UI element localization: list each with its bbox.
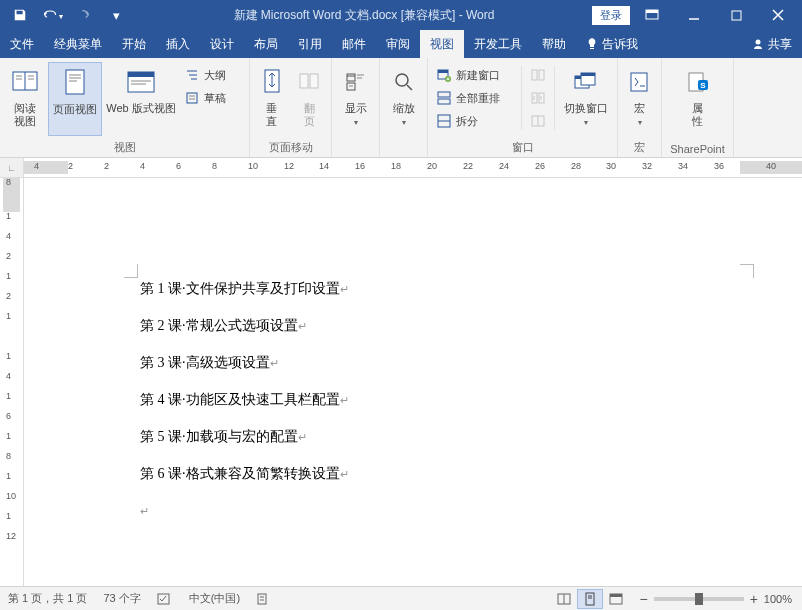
word-count[interactable]: 73 个字 [95, 591, 148, 606]
svg-rect-1 [646, 10, 658, 13]
show-button[interactable]: 显示▾ [336, 62, 375, 136]
sync-scroll-button[interactable] [526, 87, 550, 109]
svg-rect-22 [187, 93, 197, 103]
view-web-icon[interactable] [603, 589, 629, 609]
login-button[interactable]: 登录 [592, 6, 630, 25]
tab-review[interactable]: 审阅 [376, 30, 420, 58]
vruler-tick: 6 [6, 411, 11, 421]
arrange-all-button[interactable]: 全部重排 [432, 87, 517, 109]
language[interactable]: 中文(中国) [181, 591, 248, 606]
view-read-icon[interactable] [551, 589, 577, 609]
save-icon[interactable] [6, 2, 34, 28]
redo-icon[interactable] [70, 2, 98, 28]
ruler-tick: 2 [68, 161, 73, 171]
web-layout-button[interactable]: Web 版式视图 [104, 62, 178, 136]
vruler-tick: 1 [6, 271, 11, 281]
svg-text:S: S [700, 81, 706, 90]
tab-file[interactable]: 文件 [0, 30, 44, 58]
side-to-side-button[interactable]: 翻页 [292, 62, 328, 136]
paragraph[interactable]: 第 4 课·功能区及快速工具栏配置↵ [140, 389, 738, 410]
undo-icon[interactable]: ▾ [38, 2, 66, 28]
zoom-level[interactable]: 100% [764, 593, 792, 605]
horizontal-ruler[interactable]: 3422468101214161820222426283032343640424… [24, 158, 802, 177]
compare-side-button[interactable] [526, 64, 550, 86]
macros-group-label: 宏 [622, 138, 657, 157]
tab-layout[interactable]: 布局 [244, 30, 288, 58]
track-changes-icon[interactable] [248, 592, 278, 606]
reset-position-button[interactable] [526, 110, 550, 132]
tab-classic[interactable]: 经典菜单 [44, 30, 112, 58]
zoom-out-icon[interactable]: − [639, 591, 647, 607]
print-layout-button[interactable]: 页面视图 [48, 62, 102, 136]
draft-button[interactable]: 草稿 [180, 87, 230, 109]
tab-references[interactable]: 引用 [288, 30, 332, 58]
close-icon[interactable] [758, 2, 798, 28]
paragraph[interactable]: 第 3 课·高级选项设置↵ [140, 352, 738, 373]
ruler-tick: 40 [766, 161, 776, 171]
vruler-tick: 12 [6, 531, 16, 541]
tab-insert[interactable]: 插入 [156, 30, 200, 58]
switch-window-icon [570, 66, 602, 98]
tab-view[interactable]: 视图 [420, 30, 464, 58]
share-button[interactable]: 共享 [742, 30, 802, 58]
tab-developer[interactable]: 开发工具 [464, 30, 532, 58]
tab-home[interactable]: 开始 [112, 30, 156, 58]
document-page[interactable]: 第 1 课·文件保护共享及打印设置↵第 2 课·常规公式选项设置↵第 3 课·高… [40, 178, 798, 586]
vruler-tick: 1 [6, 351, 11, 361]
spellcheck-icon[interactable] [149, 592, 181, 606]
macros-button[interactable]: 宏▾ [622, 62, 657, 136]
page-count[interactable]: 第 1 页，共 1 页 [0, 591, 95, 606]
qat-customize-icon[interactable]: ▾ [102, 2, 130, 28]
ruler-tick: 26 [535, 161, 545, 171]
paragraph[interactable]: 第 5 课·加载项与宏的配置↵ [140, 426, 738, 447]
vruler-tick: 1 [6, 471, 11, 481]
switch-window-button[interactable]: 切换窗口▾ [559, 62, 613, 136]
tell-me[interactable]: 告诉我 [576, 30, 648, 58]
svg-line-32 [407, 85, 412, 90]
tab-mailings[interactable]: 邮件 [332, 30, 376, 58]
ribbon-display-icon[interactable] [632, 2, 672, 28]
svg-rect-11 [66, 70, 84, 94]
svg-rect-40 [532, 70, 537, 80]
svg-rect-34 [438, 70, 448, 73]
read-mode-button[interactable]: 阅读视图 [4, 62, 46, 136]
new-window-button[interactable]: 新建窗口 [432, 64, 517, 86]
vertical-ruler[interactable]: 8142121141618110112 [0, 178, 24, 586]
ruler-tick: 14 [319, 161, 329, 171]
zoom-slider[interactable] [654, 597, 744, 601]
vruler-tick: 1 [6, 211, 11, 221]
ruler-corner[interactable]: ∟ [0, 158, 24, 177]
ruler-tick: 10 [248, 161, 258, 171]
properties-button[interactable]: S 属性 [678, 62, 718, 136]
ruler-tick: 36 [714, 161, 724, 171]
minimize-icon[interactable] [674, 2, 714, 28]
macros-icon [624, 66, 656, 98]
outline-icon [184, 67, 200, 83]
vertical-button[interactable]: 垂直 [254, 62, 290, 136]
tab-help[interactable]: 帮助 [532, 30, 576, 58]
ruler-tick: 30 [606, 161, 616, 171]
tab-design[interactable]: 设计 [200, 30, 244, 58]
maximize-icon[interactable] [716, 2, 756, 28]
sync-icon [530, 90, 546, 106]
vertical-icon [256, 66, 288, 98]
zoom-in-icon[interactable]: + [750, 591, 758, 607]
paragraph[interactable]: ↵ [140, 500, 738, 521]
svg-rect-49 [581, 73, 595, 76]
flip-icon [293, 66, 325, 98]
view-print-icon[interactable] [577, 589, 603, 609]
ruler-tick: 8 [212, 161, 217, 171]
zoom-button[interactable]: 缩放▾ [384, 62, 423, 136]
paragraph[interactable]: 第 2 课·常规公式选项设置↵ [140, 315, 738, 336]
paragraph[interactable]: 第 1 课·文件保护共享及打印设置↵ [140, 278, 738, 299]
ruler-tick: 16 [355, 161, 365, 171]
vruler-tick: 8 [6, 451, 11, 461]
ruler-tick: 20 [427, 161, 437, 171]
compare-icon [530, 67, 546, 83]
split-button[interactable]: 拆分 [432, 110, 517, 132]
paragraph[interactable]: 第 6 课·格式兼容及简繁转换设置↵ [140, 463, 738, 484]
svg-rect-55 [258, 594, 266, 604]
outline-button[interactable]: 大纲 [180, 64, 230, 86]
lightbulb-icon [586, 37, 598, 51]
svg-rect-16 [128, 72, 154, 77]
